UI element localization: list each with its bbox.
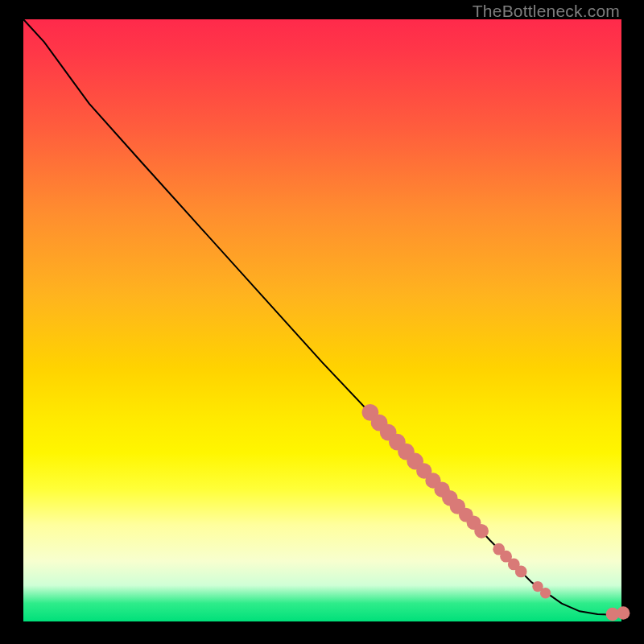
- data-point: [515, 566, 527, 578]
- data-point: [617, 606, 630, 619]
- data-point: [474, 524, 489, 539]
- data-point: [540, 588, 551, 598]
- marker-group: [362, 404, 630, 621]
- curve-line: [23, 19, 625, 615]
- watermark-label: TheBottleneck.com: [473, 2, 620, 21]
- chart-stage: TheBottleneck.com: [0, 0, 644, 644]
- chart-svg: [23, 19, 621, 621]
